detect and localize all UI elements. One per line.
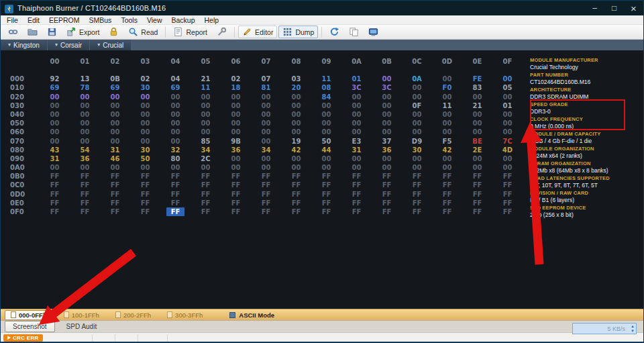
hex-cell[interactable]: 01 — [492, 101, 523, 110]
hex-cell[interactable]: 00 — [341, 93, 372, 101]
hex-cell[interactable]: 00 — [160, 119, 191, 128]
tab-spd-audit[interactable]: SPD Audit — [59, 322, 105, 332]
hex-cell[interactable]: 00 — [432, 163, 462, 172]
hex-cell[interactable]: 00 — [402, 93, 432, 101]
hex-cell[interactable]: FF — [492, 181, 523, 189]
hex-cell[interactable]: FF — [372, 199, 402, 207]
hex-cell[interactable]: 34 — [251, 146, 281, 154]
hex-cell[interactable]: FF — [191, 190, 221, 199]
hex-cell[interactable]: F0 — [432, 83, 462, 92]
hex-cell[interactable]: FF — [251, 207, 281, 216]
hex-cell[interactable]: FF — [432, 190, 462, 199]
hex-cell[interactable]: E3 — [341, 137, 372, 146]
hex-cell[interactable]: FF — [462, 172, 492, 181]
hex-cell[interactable]: FF — [462, 199, 492, 207]
hex-cell[interactable]: FF — [221, 199, 251, 207]
hex-cell[interactable]: 00 — [100, 163, 130, 172]
hex-cell[interactable]: 36 — [221, 146, 251, 154]
hex-cell[interactable]: 00 — [311, 163, 341, 172]
hex-cell[interactable]: F5 — [432, 137, 462, 146]
hex-cell[interactable]: 00 — [221, 110, 251, 119]
hex-cell[interactable]: 00 — [191, 110, 221, 119]
hex-cell[interactable]: FF — [100, 207, 130, 216]
hex-cell[interactable]: 0A — [402, 75, 432, 83]
copy-button[interactable] — [345, 26, 363, 38]
hex-cell[interactable]: 00 — [191, 93, 221, 101]
hex-cell[interactable]: 00 — [372, 128, 402, 136]
hex-cell[interactable]: 04 — [160, 75, 191, 83]
menu-item-help[interactable]: Help — [200, 16, 224, 24]
hex-cell[interactable]: FF — [432, 207, 462, 216]
hex-cell[interactable]: FF — [221, 207, 251, 216]
spinner-down-icon[interactable]: ▼ — [631, 329, 635, 334]
hex-cell[interactable]: FF — [70, 199, 100, 207]
hex-cell[interactable]: 00 — [100, 110, 130, 119]
hex-cell[interactable]: 34 — [191, 146, 221, 154]
hex-cell[interactable]: 00 — [492, 163, 523, 172]
hex-cell[interactable]: 83 — [462, 83, 492, 92]
hex-cell[interactable]: 31 — [100, 146, 130, 154]
hex-cell[interactable]: 00 — [191, 128, 221, 136]
hex-cell[interactable]: 78 — [70, 83, 100, 92]
menu-item-backup[interactable]: Backup — [166, 16, 199, 24]
hex-cell[interactable]: 18 — [221, 83, 251, 92]
hex-cell[interactable]: 00 — [70, 128, 100, 136]
hex-cell[interactable]: FF — [281, 199, 311, 207]
hex-cell[interactable]: FF — [372, 190, 402, 199]
hex-cell[interactable]: FF — [402, 207, 432, 216]
hex-cell[interactable]: 00 — [281, 128, 311, 136]
hex-cell[interactable]: FF — [130, 199, 160, 207]
hex-cell[interactable]: 81 — [251, 83, 281, 92]
hex-cell[interactable]: FF — [281, 172, 311, 181]
hex-cell[interactable]: FF — [311, 172, 341, 181]
hex-cell[interactable]: FF — [130, 190, 160, 199]
hex-cell[interactable]: 19 — [281, 137, 311, 146]
hex-cell[interactable]: 00 — [281, 119, 311, 128]
hex-cell[interactable]: 3C — [341, 83, 372, 92]
hex-cell[interactable]: 00 — [372, 110, 402, 119]
hex-cell[interactable]: 00 — [160, 163, 191, 172]
hex-cell[interactable]: 00 — [311, 110, 341, 119]
hex-cell[interactable]: 00 — [221, 101, 251, 110]
hex-cell[interactable]: 00 — [40, 110, 70, 119]
hex-cell[interactable]: 00 — [40, 163, 70, 172]
hex-cell[interactable]: 00 — [402, 83, 432, 92]
hex-cell[interactable]: 00 — [221, 119, 251, 128]
hex-cell[interactable]: FF — [221, 190, 251, 199]
hex-cell[interactable]: FF — [341, 172, 372, 181]
rate-spinner[interactable]: ▲ ▼ — [631, 324, 635, 334]
hex-cell[interactable]: 00 — [462, 93, 492, 101]
hex-cell[interactable]: 02 — [130, 75, 160, 83]
hex-cell[interactable]: 00 — [100, 93, 130, 101]
hex-cell[interactable]: FF — [492, 199, 523, 207]
hex-cell[interactable]: 11 — [191, 83, 221, 92]
hex-cell[interactable]: FF — [251, 181, 281, 189]
hex-cell[interactable]: FF — [160, 190, 191, 199]
menu-item-smbus[interactable]: SMBus — [85, 16, 117, 24]
refresh-button[interactable] — [325, 26, 343, 38]
hex-cell[interactable]: FF — [160, 181, 191, 189]
hex-cell[interactable]: 00 — [341, 128, 372, 136]
hex-cell[interactable]: 84 — [311, 93, 341, 101]
hex-cell[interactable]: FF — [160, 207, 191, 216]
hex-cell[interactable]: FF — [70, 172, 100, 181]
hex-cell[interactable]: FF — [130, 172, 160, 181]
hex-cell[interactable]: FF — [462, 181, 492, 189]
hex-cell[interactable]: 00 — [462, 163, 492, 172]
hex-cell[interactable]: FF — [462, 190, 492, 199]
hex-cell[interactable]: FF — [432, 172, 462, 181]
hex-cell[interactable]: 00 — [462, 110, 492, 119]
hex-cell[interactable]: 00 — [281, 154, 311, 163]
hex-cell[interactable]: 00 — [160, 101, 191, 110]
hex-cell[interactable]: FF — [100, 199, 130, 207]
hex-cell[interactable]: 44 — [311, 146, 341, 154]
hex-cell[interactable]: 00 — [492, 93, 523, 101]
hex-cell[interactable]: 00 — [70, 137, 100, 146]
hex-cell[interactable]: 00 — [251, 119, 281, 128]
hex-cell[interactable]: 00 — [251, 163, 281, 172]
hex-cell[interactable]: 00 — [70, 110, 100, 119]
close-button[interactable]: × — [624, 1, 643, 15]
hex-cell[interactable]: 00 — [311, 128, 341, 136]
hex-cell[interactable]: 00 — [432, 119, 462, 128]
spinner-up-icon[interactable]: ▲ — [631, 324, 635, 329]
